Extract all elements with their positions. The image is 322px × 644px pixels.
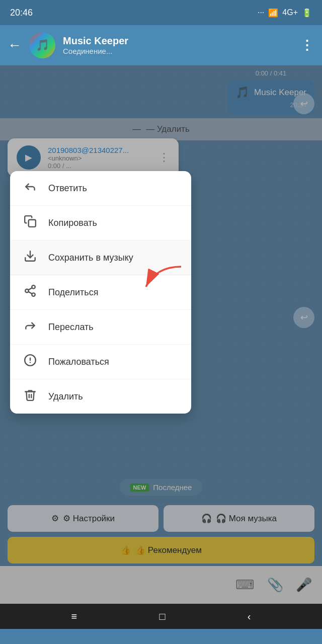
svg-line-5 [28, 292, 32, 294]
chat-area: 0:00 / 0:41 🎵 Music Keeper 20:34 ↩ — — У… [0, 65, 322, 604]
menu-item-report[interactable]: Пожаловаться [10, 345, 191, 379]
system-nav-bar: ≡ □ ‹ [0, 604, 322, 629]
copy-label: Копировать [48, 218, 97, 228]
reply-icon [23, 180, 37, 196]
forward-icon [23, 319, 37, 335]
nav-menu-button[interactable]: ≡ [71, 611, 77, 622]
copy-icon [23, 215, 37, 231]
report-icon [23, 354, 37, 370]
chat-header: ← 🎵 Music Keeper Соединение... ⋮ [0, 25, 322, 65]
share-label: Поделиться [48, 287, 98, 298]
menu-item-reply[interactable]: Ответить [10, 171, 191, 206]
menu-item-share[interactable]: Поделиться [10, 275, 191, 310]
menu-item-forward[interactable]: Переслать [10, 310, 191, 345]
chat-subtitle: Соединение... [63, 47, 293, 55]
menu-item-copy[interactable]: Копировать [10, 206, 191, 240]
status-time: 20:46 [10, 8, 33, 18]
report-label: Пожаловаться [48, 357, 109, 367]
back-button[interactable]: ← [8, 37, 22, 53]
status-bar: 20:46 ··· 📶 4G+ 🔋 [0, 0, 322, 25]
download-icon [23, 250, 37, 266]
svg-rect-0 [29, 220, 36, 227]
reply-label: Ответить [48, 183, 87, 194]
chat-title: Music Keeper [63, 35, 293, 47]
delete-icon [23, 388, 37, 405]
wifi-icon: 📶 [268, 8, 278, 18]
save-music-label: Сохранить в музыку [48, 253, 133, 263]
signal-icon: ··· [258, 8, 264, 17]
nav-home-button[interactable]: □ [159, 611, 165, 622]
menu-item-delete[interactable]: Удалить [10, 379, 191, 414]
menu-item-save-music[interactable]: Сохранить в музыку [10, 240, 191, 275]
delete-label: Удалить [48, 391, 83, 402]
network-icon: 4G+ [282, 8, 298, 17]
nav-back-button[interactable]: ‹ [248, 611, 251, 622]
context-menu: Ответить Копировать Сохранить в музыку [10, 171, 191, 414]
svg-line-6 [28, 288, 32, 290]
header-info: Music Keeper Соединение... [63, 35, 293, 55]
forward-label: Переслать [48, 322, 94, 333]
header-menu-button[interactable]: ⋮ [300, 38, 314, 53]
status-icons: ··· 📶 4G+ 🔋 [258, 8, 312, 18]
battery-icon: 🔋 [302, 8, 312, 18]
share-icon [23, 284, 37, 300]
avatar: 🎵 [29, 32, 55, 58]
